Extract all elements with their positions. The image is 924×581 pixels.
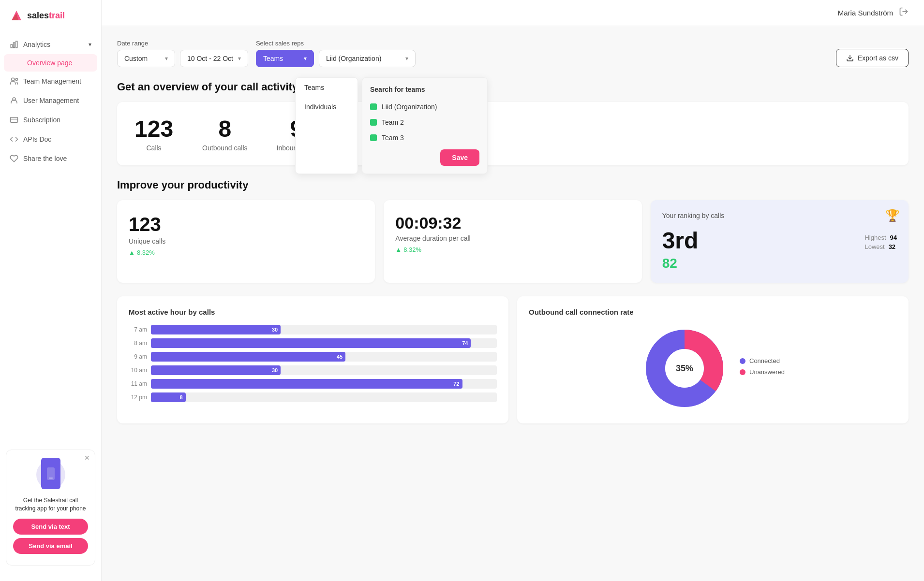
team-option-liid[interactable]: Liid (Organization) (370, 99, 479, 115)
sidebar-navigation: Analytics ▾ Overview page Team Managemen… (0, 31, 101, 444)
sidebar-item-user-management-label: User Management (23, 97, 79, 104)
sidebar-item-share[interactable]: Share the love (0, 149, 101, 168)
bar-value: 8 (179, 394, 182, 400)
custom-dropdown[interactable]: Custom ▾ (117, 50, 175, 67)
teams-search-panel: Search for teams Liid (Organization) Tea… (362, 77, 488, 174)
sidebar-item-team-management[interactable]: Team Management (0, 72, 101, 91)
promo-card: ✕ Get the Salestrail call tracking app f… (6, 450, 95, 566)
sidebar-item-analytics[interactable]: Analytics ▾ (0, 35, 101, 54)
date-range-row: Custom ▾ 10 Oct - 22 Oct ▾ (117, 50, 248, 67)
sales-reps-filter: Select sales reps Teams ▾ Liid (Organiza… (256, 40, 416, 67)
bar-row: 11 am 72 (129, 379, 497, 389)
bar-value: 45 (337, 354, 343, 360)
sidebar-item-user-management[interactable]: User Management (0, 91, 101, 110)
sidebar: salestrail Analytics ▾ Overview page Tea… (0, 0, 102, 581)
bar-row: 7 am 30 (129, 325, 497, 334)
user-icon (10, 96, 18, 105)
unique-calls-number: 123 (129, 214, 363, 235)
org-dropdown-chevron-icon: ▾ (405, 55, 408, 62)
bar-fill: 72 (151, 379, 462, 389)
send-via-text-button[interactable]: Send via text (13, 519, 88, 535)
avg-duration-label: Average duration per call (395, 234, 630, 242)
legend-unanswered: Unanswered (740, 368, 785, 376)
bar-chart-title: Most active hour by calls (129, 308, 497, 316)
ranking-lowest-label: Lowest (864, 243, 884, 250)
legend-unanswered-label: Unanswered (749, 368, 785, 376)
content-area: Date range Custom ▾ 10 Oct - 22 Oct ▾ Se… (102, 26, 924, 437)
send-via-email-button[interactable]: Send via email (13, 538, 88, 554)
promo-illustration (31, 458, 70, 492)
team-option-team3-label: Team 3 (382, 134, 404, 142)
overview-section: Get an overview of your call activity 12… (117, 81, 909, 165)
date-range-dropdown[interactable]: 10 Oct - 22 Oct ▾ (180, 50, 248, 67)
bar-value: 72 (453, 381, 459, 387)
bar-track: 74 (151, 338, 497, 348)
svg-text:35%: 35% (676, 363, 693, 373)
ranking-title: Your ranking by calls (662, 212, 897, 219)
bar-label: 11 am (129, 380, 147, 387)
bar-label: 8 am (129, 340, 147, 347)
heart-icon (10, 154, 18, 163)
charts-grid: Most active hour by calls 7 am 30 8 am 7… (117, 296, 909, 423)
export-csv-button[interactable]: Export as csv (836, 49, 909, 67)
productivity-title: Improve your productivity (117, 179, 909, 191)
main-content: Maria Sundström Date range Custom ▾ 10 O… (102, 0, 924, 581)
team-dot-liid (370, 103, 377, 110)
date-range-filter: Date range Custom ▾ 10 Oct - 22 Oct ▾ (117, 40, 248, 67)
donut-legend: Connected Unanswered (740, 357, 785, 379)
org-dropdown[interactable]: Liid (Organization) ▾ (319, 50, 416, 67)
bar-fill: 8 (151, 392, 186, 402)
logo-text: salestrail (27, 11, 65, 21)
legend-connected: Connected (740, 357, 785, 364)
svg-point-6 (15, 78, 18, 81)
bar-value: 30 (272, 367, 278, 373)
sidebar-item-overview[interactable]: Overview page (4, 54, 97, 72)
date-range-chevron-icon: ▾ (238, 55, 241, 62)
avg-duration-change: ▲ 8.32% (395, 246, 630, 253)
bar-value: 30 (272, 327, 278, 333)
team-option-team3[interactable]: Team 3 (370, 130, 479, 145)
bar-fill: 74 (151, 338, 471, 348)
bar-chart-card: Most active hour by calls 7 am 30 8 am 7… (117, 296, 508, 423)
sidebar-item-apis-doc-label: APIs Doc (23, 135, 51, 143)
legend-connected-dot (740, 358, 745, 364)
sales-reps-row: Teams ▾ Liid (Organization) ▾ (256, 50, 416, 67)
sidebar-item-team-management-label: Team Management (23, 77, 81, 85)
bar-track: 45 (151, 352, 497, 362)
teams-search-title: Search for teams (370, 86, 479, 93)
donut-wrapper: 35% Connected Unanswered (529, 325, 897, 412)
logout-icon[interactable] (899, 7, 909, 19)
ranking-highest-row: Highest 94 (864, 234, 897, 241)
unique-calls-change: ▲ 8.32% (129, 249, 363, 256)
donut-chart-title: Outbound call connection rate (529, 308, 897, 316)
logo[interactable]: salestrail (0, 0, 101, 31)
teams-list-item-teams[interactable]: Teams (296, 78, 358, 97)
analytics-chevron-icon: ▾ (89, 41, 91, 48)
sidebar-item-apis-doc[interactable]: APIs Doc (0, 130, 101, 149)
sidebar-item-subscription-label: Subscription (23, 116, 60, 124)
teams-dropdown-value: Teams (263, 55, 283, 62)
bar-label: 9 am (129, 353, 147, 360)
promo-close-button[interactable]: ✕ (84, 454, 90, 462)
ranking-lowest-val: 32 (889, 243, 895, 250)
sidebar-item-subscription[interactable]: Subscription (0, 110, 101, 130)
teams-dropdown-chevron-icon: ▾ (304, 55, 307, 62)
sales-reps-label: Select sales reps (256, 40, 416, 47)
team-option-team2[interactable]: Team 2 (370, 115, 479, 130)
bar-row: 10 am 30 (129, 365, 497, 375)
chart-icon (10, 40, 18, 49)
stat-outbound-label: Outbound calls (202, 144, 247, 152)
bar-fill: 30 (151, 325, 281, 334)
ranking-highest-val: 94 (890, 234, 897, 241)
stat-calls-label: Calls (134, 144, 173, 152)
productivity-grid: 123 Unique calls ▲ 8.32% 00:09:32 Averag… (117, 200, 909, 283)
date-range-value: 10 Oct - 22 Oct (187, 55, 233, 62)
legend-connected-label: Connected (749, 357, 780, 364)
teams-dropdown-overlay: Teams Individuals Search for teams Liid … (295, 77, 488, 174)
header-user-info: Maria Sundström (838, 7, 909, 19)
teams-list-item-individuals[interactable]: Individuals (296, 97, 358, 116)
svg-rect-4 (16, 41, 17, 48)
save-teams-button[interactable]: Save (440, 149, 479, 166)
sidebar-item-analytics-label: Analytics (23, 41, 50, 48)
teams-dropdown[interactable]: Teams ▾ (256, 50, 314, 67)
